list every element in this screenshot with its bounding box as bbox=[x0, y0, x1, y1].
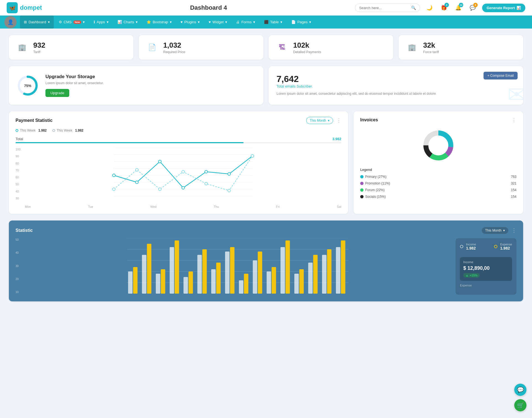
svg-rect-51 bbox=[244, 274, 248, 294]
detailed-payments-number: 102k bbox=[293, 41, 321, 50]
month-selector-label: This Month bbox=[310, 119, 326, 122]
progress-label: 75% bbox=[24, 83, 31, 88]
svg-rect-44 bbox=[197, 255, 202, 294]
chart-icon: 📊 bbox=[516, 6, 521, 10]
logo-text: dompet bbox=[20, 4, 42, 11]
legend-row-primary: Primary (27%) 763 bbox=[360, 173, 516, 180]
chevron-down-icon-stat: ▾ bbox=[503, 229, 505, 232]
svg-rect-35 bbox=[133, 267, 137, 294]
legend-title: Legend bbox=[360, 168, 516, 172]
svg-point-15 bbox=[228, 173, 231, 175]
nav-item-plugins[interactable]: ♥ Plugins ▾ bbox=[177, 16, 204, 29]
svg-rect-46 bbox=[211, 269, 216, 294]
svg-rect-65 bbox=[341, 240, 345, 294]
legend-color-promotion bbox=[360, 182, 364, 185]
expense-row: Expense 1.982 bbox=[494, 243, 512, 250]
storage-info: Upgrade Your Storage Lorem ipsum dolor s… bbox=[45, 74, 104, 97]
legend-dot-1 bbox=[52, 129, 55, 132]
force-tariff-label: Force tariff bbox=[423, 50, 439, 54]
plugins-icon: ♥ bbox=[181, 20, 183, 24]
invoices-three-dots[interactable]: ⋮ bbox=[511, 117, 516, 123]
nav-label-plugins: Plugins bbox=[184, 20, 196, 24]
invoices-title: Invoices bbox=[360, 117, 378, 122]
search-box[interactable]: 🔍 bbox=[355, 4, 420, 12]
svg-rect-34 bbox=[128, 271, 132, 294]
bootstrap-icon: ⭐ bbox=[147, 20, 151, 24]
svg-rect-55 bbox=[272, 267, 276, 294]
stat-card-required-price: 📄 1,032 Required Price bbox=[139, 35, 263, 60]
stat-three-dots[interactable]: ⋮ bbox=[511, 227, 516, 234]
invoices-card: Invoices ⋮ Legend bbox=[354, 111, 523, 214]
email-icon: ✉ bbox=[507, 82, 523, 105]
nav-item-forms[interactable]: 🖨 Forms ▾ bbox=[232, 16, 259, 29]
svg-point-10 bbox=[112, 174, 115, 177]
statistic-month-button[interactable]: This Month ▾ bbox=[482, 227, 508, 234]
legend-row-forum: Forum (22%) 154 bbox=[360, 187, 516, 193]
gift-button[interactable]: 🎁 2 bbox=[439, 3, 449, 13]
storage-description: Lorem ipsum dolor sit amet, onsectetur. bbox=[45, 81, 104, 85]
svg-rect-58 bbox=[294, 274, 299, 294]
tariff-icon: 🏢 bbox=[16, 41, 29, 54]
nav-item-table[interactable]: ⬛ Table ▾ bbox=[260, 16, 286, 29]
income-label: Income bbox=[466, 243, 476, 246]
stat-chart-header: Statistic This Month ▾ ⋮ bbox=[16, 227, 516, 234]
legend-dot-0 bbox=[16, 129, 18, 132]
nav-item-widget[interactable]: ♥ Widget ▾ bbox=[205, 16, 231, 29]
svg-point-17 bbox=[112, 188, 115, 191]
legend-label-1: This Week bbox=[57, 129, 72, 132]
svg-point-11 bbox=[135, 181, 138, 184]
chevron-down-icon: ▾ bbox=[48, 20, 50, 24]
three-dots-button[interactable]: ⋮ bbox=[336, 117, 341, 124]
svg-rect-37 bbox=[147, 244, 151, 294]
bar-chart-area: 50 40 30 20 10 bbox=[16, 238, 451, 295]
donut-wrap bbox=[360, 127, 516, 163]
arrow-up-icon: ▲ bbox=[466, 274, 469, 277]
header-right: 🔍 🌙 🎁 2 🔔 12 💬 5 Generate Report 📊 bbox=[355, 3, 525, 13]
search-input[interactable] bbox=[359, 6, 409, 10]
month-selector[interactable]: This Month ▾ bbox=[306, 117, 333, 124]
force-tariff-number: 32k bbox=[423, 41, 439, 50]
chevron-down-icon-plugins: ▾ bbox=[198, 20, 200, 24]
chevron-down-icon-charts: ▾ bbox=[136, 20, 138, 24]
income-expense-panel: Income 1.982 Expense 1.982 Income $ bbox=[456, 238, 516, 295]
svg-rect-36 bbox=[142, 255, 146, 294]
total-value: 3.982 bbox=[332, 137, 341, 141]
expense-indicator bbox=[494, 245, 497, 248]
upgrade-button[interactable]: Upgrade bbox=[45, 89, 69, 97]
stat-card-detailed-payments: 🏗 102k Detalled Payments bbox=[269, 35, 393, 60]
new-badge: New bbox=[73, 20, 81, 24]
nav-item-apps[interactable]: ℹ Apps ▾ bbox=[90, 16, 112, 29]
svg-point-12 bbox=[158, 160, 161, 163]
svg-rect-56 bbox=[280, 247, 285, 294]
bell-button[interactable]: 🔔 12 bbox=[453, 3, 463, 13]
nav-label-apps: Apps bbox=[97, 20, 105, 24]
nav-item-cms[interactable]: ⚙ CMS New ▾ bbox=[55, 16, 89, 29]
svg-rect-41 bbox=[175, 240, 179, 294]
nav-item-bootstrap[interactable]: ⭐ Bootstrap ▾ bbox=[143, 16, 176, 29]
required-price-label: Required Price bbox=[163, 50, 185, 54]
nav-item-charts[interactable]: 📊 Charts ▾ bbox=[114, 16, 142, 29]
charts-section: Payment Statistic This Month ▾ ⋮ This We… bbox=[9, 111, 523, 214]
svg-point-19 bbox=[158, 188, 161, 191]
email-subtitle: Total emails Subcriber. bbox=[277, 84, 515, 88]
nav-label-forms: Forms bbox=[241, 20, 252, 24]
chevron-down-icon-apps: ▾ bbox=[107, 20, 109, 24]
nav-item-dashboard[interactable]: ⊞ Dashboard ▾ bbox=[20, 16, 54, 29]
svg-point-23 bbox=[251, 155, 254, 157]
nav-item-pages[interactable]: 📄 Pages ▾ bbox=[287, 16, 315, 29]
nav-bar: 👤 ⊞ Dashboard ▾ ⚙ CMS New ▾ ℹ Apps ▾ 📊 C… bbox=[0, 16, 532, 29]
income-change-value: +15% bbox=[470, 274, 477, 277]
payment-chart-card: Payment Statistic This Month ▾ ⋮ This We… bbox=[9, 111, 348, 214]
income-indicator bbox=[460, 245, 463, 248]
svg-point-18 bbox=[135, 168, 138, 171]
compose-email-button[interactable]: + Compose Email bbox=[484, 72, 518, 80]
email-count: 7,642 bbox=[277, 74, 515, 84]
legend-row-promotion: Promotion (11%) 321 bbox=[360, 180, 516, 187]
line-chart-area: 100 90 80 70 60 50 40 30 bbox=[16, 148, 341, 208]
generate-report-button[interactable]: Generate Report 📊 bbox=[482, 4, 525, 12]
header: 🦋 dompet Dashboard 4 🔍 🌙 🎁 2 🔔 12 💬 5 Ge… bbox=[0, 0, 532, 16]
bar-chart-svg bbox=[24, 238, 451, 294]
generate-report-label: Generate Report bbox=[487, 6, 515, 10]
chat-button[interactable]: 💬 5 bbox=[468, 3, 478, 13]
moon-button[interactable]: 🌙 bbox=[424, 3, 434, 13]
